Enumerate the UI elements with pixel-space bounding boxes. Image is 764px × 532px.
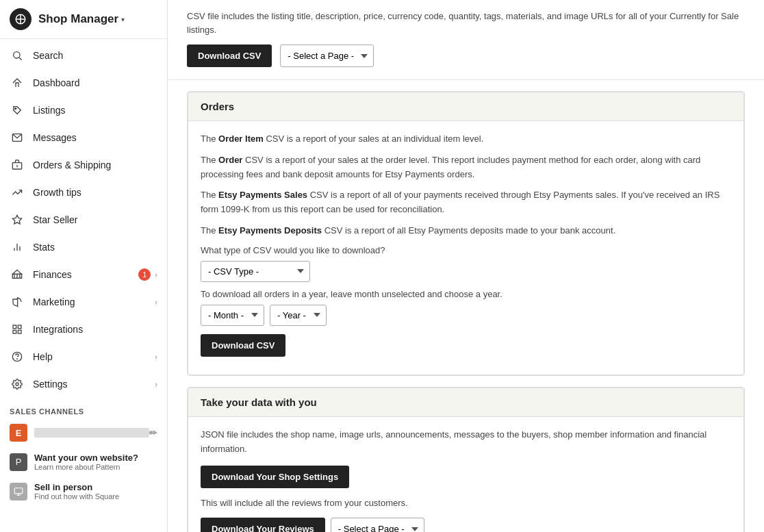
sidebar-label-settings: Settings bbox=[33, 379, 155, 390]
download-reviews-button[interactable]: Download Your Reviews bbox=[201, 518, 325, 532]
download-csv-orders-button[interactable]: Download CSV bbox=[201, 334, 285, 357]
nav-section: Search Dashboard Listings Messages bbox=[0, 39, 167, 401]
bar-chart-icon bbox=[10, 240, 25, 255]
svg-rect-19 bbox=[13, 330, 16, 333]
etsy-payments-sales-text: The Etsy Payments Sales CSV is a report … bbox=[201, 188, 731, 217]
sidebar-label-stats: Stats bbox=[33, 242, 157, 253]
sidebar-label-search: Search bbox=[33, 50, 157, 61]
sell-in-person-item[interactable]: Sell in person Find out how with Square bbox=[0, 477, 167, 506]
sidebar-item-integrations[interactable]: Integrations bbox=[0, 316, 167, 343]
home-icon bbox=[10, 75, 25, 90]
sidebar-item-help[interactable]: Help › bbox=[0, 343, 167, 370]
shop-manager-title: Shop Manager bbox=[38, 12, 118, 26]
csv-top-actions: Download CSV - Select a Page - bbox=[187, 45, 745, 67]
csv-top-description: CSV file includes the listing title, des… bbox=[187, 10, 745, 36]
shop-manager-icon bbox=[10, 8, 31, 30]
csv-type-row: What type of CSV would you like to downl… bbox=[201, 245, 731, 282]
order-text: The Order CSV is a report of your sales … bbox=[201, 153, 731, 182]
chart-up-icon bbox=[10, 185, 25, 200]
sell-title: Sell in person bbox=[34, 482, 119, 492]
sell-in-person-text: Sell in person Find out how with Square bbox=[34, 482, 119, 501]
svg-rect-24 bbox=[14, 487, 23, 493]
sidebar-label-dashboard: Dashboard bbox=[33, 77, 157, 88]
sidebar-label-orders: Orders & Shipping bbox=[33, 160, 157, 170]
take-data-header: Take your data with you bbox=[188, 388, 744, 417]
order-bold: Order bbox=[218, 155, 242, 165]
year-hint: To download all orders in a year, leave … bbox=[201, 289, 731, 299]
shop-manager-header[interactable]: Shop Manager ▾ bbox=[0, 0, 167, 39]
order-rest: CSV is a report of your sales at the ord… bbox=[201, 155, 700, 179]
svg-rect-20 bbox=[18, 330, 21, 333]
svg-rect-18 bbox=[18, 325, 21, 329]
sidebar-label-help: Help bbox=[33, 351, 155, 362]
select-page-top-dropdown[interactable]: - Select a Page - bbox=[280, 45, 374, 67]
csv-top-section: CSV file includes the listing title, des… bbox=[168, 0, 764, 80]
sidebar-item-listings[interactable]: Listings bbox=[0, 97, 167, 124]
pattern-title: Want your own website? bbox=[34, 453, 138, 463]
mail-icon bbox=[10, 130, 25, 145]
take-data-section: Take your data with you JSON file includ… bbox=[187, 387, 745, 532]
sidebar-item-messages[interactable]: Messages bbox=[0, 124, 167, 151]
svg-point-23 bbox=[16, 383, 18, 385]
month-select[interactable]: - Month - bbox=[201, 305, 264, 326]
etsy-payments-deposits-rest: CSV is a report of all Etsy Payments dep… bbox=[324, 225, 616, 236]
year-select[interactable]: - Year - bbox=[270, 305, 327, 326]
sidebar-item-star-seller[interactable]: Star Seller bbox=[0, 206, 167, 233]
sales-channels-label: SALES CHANNELS bbox=[0, 401, 167, 418]
main-content: CSV file includes the listing title, des… bbox=[168, 0, 764, 532]
svg-point-3 bbox=[14, 52, 20, 58]
sidebar-label-growth: Growth tips bbox=[33, 187, 157, 198]
sell-in-person-icon bbox=[10, 483, 27, 501]
svg-point-5 bbox=[15, 108, 16, 110]
sidebar-item-marketing[interactable]: Marketing › bbox=[0, 288, 167, 316]
sidebar-item-stats[interactable]: Stats bbox=[0, 233, 167, 261]
download-shop-settings-button[interactable]: Download Your Shop Settings bbox=[201, 466, 349, 488]
pattern-subtitle: Learn more about Pattern bbox=[34, 463, 138, 471]
order-item-rest: CSV is a report of your sales at an indi… bbox=[266, 134, 483, 144]
etsy-channel-icon: E bbox=[10, 424, 27, 442]
month-year-row: - Month - - Year - bbox=[201, 305, 731, 326]
reviews-description: This will include all the reviews from y… bbox=[201, 496, 731, 511]
sidebar-label-messages: Messages bbox=[33, 132, 157, 143]
sidebar-item-finances[interactable]: Finances 1 › bbox=[0, 261, 167, 288]
sidebar-label-marketing: Marketing bbox=[33, 296, 155, 307]
settings-arrow: › bbox=[155, 380, 157, 388]
sidebar: Shop Manager ▾ Search Dashboard Listings bbox=[0, 0, 168, 532]
shop-icon-svg bbox=[14, 13, 27, 25]
sidebar-item-search[interactable]: Search bbox=[0, 42, 167, 69]
sidebar-label-finances: Finances bbox=[33, 269, 138, 280]
pattern-item[interactable]: P Want your own website? Learn more abou… bbox=[0, 447, 167, 477]
tag-icon bbox=[10, 103, 25, 118]
etsy-payments-deposits-text: The Etsy Payments Deposits CSV is a repo… bbox=[201, 224, 731, 238]
edit-shop-icon[interactable]: ✏ bbox=[149, 427, 157, 438]
grid-icon bbox=[10, 322, 25, 337]
pattern-text: Want your own website? Learn more about … bbox=[34, 453, 138, 471]
sidebar-item-growth[interactable]: Growth tips bbox=[0, 179, 167, 206]
sidebar-label-star-seller: Star Seller bbox=[33, 214, 157, 225]
box-icon bbox=[10, 157, 25, 173]
pattern-icon: P bbox=[10, 453, 27, 471]
select-page-reviews-dropdown[interactable]: - Select a Page - bbox=[331, 518, 424, 532]
search-icon bbox=[10, 48, 25, 63]
finances-arrow: › bbox=[155, 270, 157, 279]
etsy-shop-name bbox=[34, 428, 149, 438]
csv-type-select[interactable]: - CSV Type - bbox=[201, 261, 310, 282]
year-hint-row: To download all orders in a year, leave … bbox=[201, 289, 731, 357]
svg-marker-9 bbox=[12, 215, 21, 224]
sales-channel-etsy: E ✏ bbox=[0, 418, 167, 447]
sidebar-item-dashboard[interactable]: Dashboard bbox=[0, 69, 167, 97]
pattern-letter: P bbox=[16, 457, 22, 467]
etsy-letter: E bbox=[16, 428, 22, 438]
help-arrow: › bbox=[155, 353, 157, 361]
sidebar-item-orders[interactable]: Orders & Shipping bbox=[0, 151, 167, 179]
csv-type-label: What type of CSV would you like to downl… bbox=[201, 245, 731, 255]
help-circle-icon bbox=[10, 349, 25, 364]
download-csv-top-button[interactable]: Download CSV bbox=[187, 45, 272, 67]
sidebar-label-listings: Listings bbox=[33, 105, 157, 116]
sidebar-item-settings[interactable]: Settings › bbox=[0, 370, 167, 398]
bank-icon bbox=[10, 267, 25, 282]
orders-section-header: Orders bbox=[188, 92, 744, 121]
order-item-bold: Order Item bbox=[218, 134, 264, 144]
svg-line-4 bbox=[19, 58, 22, 60]
order-item-text: The Order Item CSV is a report of your s… bbox=[201, 132, 731, 147]
